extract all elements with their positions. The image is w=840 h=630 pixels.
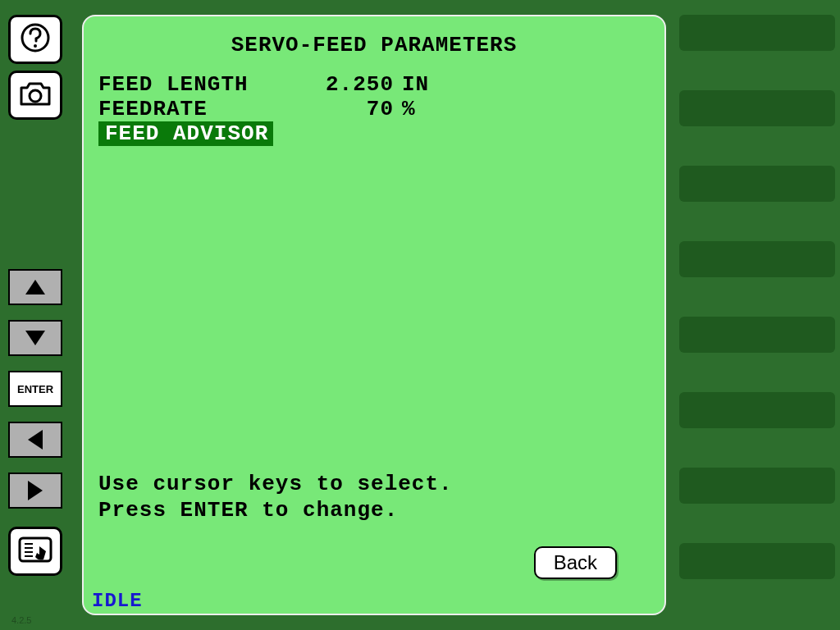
param-unit: IN [394,72,429,97]
softkey-slot[interactable] [679,468,835,504]
touchscreen-icon [16,533,54,570]
softkey-slot[interactable] [679,543,835,579]
camera-icon [18,80,52,112]
softkey-slot[interactable] [679,317,835,353]
softkey-slot[interactable] [679,166,835,202]
softkey-slot[interactable] [679,15,835,51]
svg-point-2 [30,90,41,102]
right-softkey-column [679,15,835,579]
hint-line: Press ENTER to change. [98,497,453,523]
param-label-selected: FEED ADVISOR [98,121,273,146]
machine-status: IDLE [92,590,143,612]
softkey-slot[interactable] [679,392,835,428]
enter-button[interactable]: ENTER [8,371,62,407]
arrow-left-icon [28,430,43,450]
arrow-up-icon [25,280,45,294]
help-button[interactable] [8,15,62,64]
page-title: SERVO-FEED PARAMETERS [92,25,656,72]
cursor-down-button[interactable] [8,320,62,356]
arrow-down-icon [25,331,45,345]
param-value: 70 [304,97,394,121]
param-label: FEED LENGTH [98,72,304,97]
cursor-left-button[interactable] [8,422,62,458]
param-feed-advisor[interactable]: FEED ADVISOR [92,121,656,146]
param-feed-length[interactable]: FEED LENGTH 2.250 IN [92,72,656,97]
main-panel: SERVO-FEED PARAMETERS FEED LENGTH 2.250 … [82,15,666,615]
param-unit: % [394,97,416,121]
softkey-slot[interactable] [679,90,835,126]
param-feedrate[interactable]: FEEDRATE 70 % [92,97,656,121]
help-hint: Use cursor keys to select. Press ENTER t… [98,471,453,523]
back-button[interactable]: Back [534,546,617,579]
cursor-right-button[interactable] [8,472,62,509]
hint-line: Use cursor keys to select. [98,471,453,497]
svg-point-1 [34,44,37,48]
param-label: FEEDRATE [98,97,304,121]
param-value: 2.250 [304,72,394,97]
cursor-up-button[interactable] [8,269,62,305]
svg-rect-3 [20,538,51,561]
question-icon [19,21,52,58]
screenshot-button[interactable] [8,71,62,120]
version-label: 4.2.5 [11,615,31,625]
touchscreen-button[interactable] [8,527,62,576]
arrow-right-icon [28,481,43,500]
softkey-slot[interactable] [679,241,835,277]
